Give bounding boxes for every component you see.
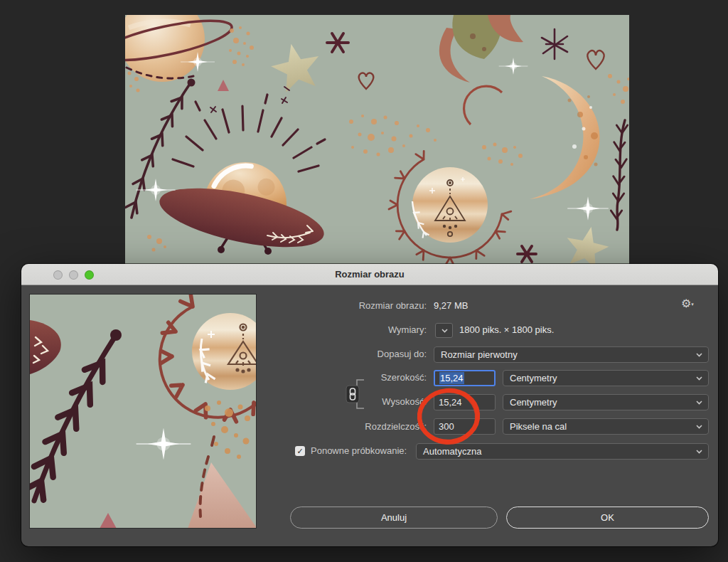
- resolution-unit-select[interactable]: Piksele na cal: [503, 418, 709, 435]
- resolution-unit-value: Piksele na cal: [510, 421, 567, 432]
- height-input[interactable]: 15,24: [434, 394, 496, 410]
- resample-checkbox[interactable]: ✓: [295, 446, 305, 456]
- width-unit-value: Centymetry: [510, 373, 557, 383]
- width-unit-select[interactable]: Centymetry: [503, 370, 709, 386]
- chevron-down-icon: [696, 450, 702, 454]
- dimensions-unit-button[interactable]: [435, 323, 453, 338]
- chevron-down-icon: [696, 401, 702, 405]
- dimensions-value: 1800 piks. × 1800 piks.: [459, 324, 554, 336]
- image-size-value: 9,27 MB: [434, 300, 468, 312]
- image-size-label: Rozmiar obrazu:: [256, 300, 427, 312]
- dialog-title: Rozmiar obrazu: [21, 269, 718, 280]
- width-label: Szerokość:: [256, 372, 427, 383]
- resolution-value: 300: [439, 421, 454, 432]
- resample-method-select[interactable]: Automatyczna: [416, 443, 709, 460]
- height-unit-value: Centymetry: [510, 397, 557, 408]
- resample-label: Ponowne próbkowanie:: [311, 445, 407, 456]
- ok-button[interactable]: OK: [506, 507, 709, 529]
- resolution-input[interactable]: 300: [434, 418, 496, 435]
- width-input[interactable]: 15,24: [434, 370, 496, 386]
- resolution-label: Rozdzielczość:: [256, 421, 427, 433]
- chevron-down-icon: [696, 353, 702, 357]
- chevron-down-icon: [696, 425, 702, 429]
- dialog-titlebar[interactable]: Rozmiar obrazu: [21, 264, 718, 285]
- cancel-button[interactable]: Anuluj: [290, 507, 498, 529]
- width-value: 15,24: [439, 372, 464, 384]
- image-size-dialog: Rozmiar obrazu: [21, 264, 718, 546]
- fit-to-select[interactable]: Rozmiar pierwotny: [434, 346, 709, 363]
- dimensions-label: Wymiary:: [256, 324, 427, 336]
- space-pattern-artwork: [125, 15, 629, 264]
- preview-artwork: [30, 295, 256, 528]
- fit-to-label: Dopasuj do:: [256, 349, 427, 360]
- height-unit-select[interactable]: Centymetry: [503, 394, 709, 410]
- checkmark-icon: ✓: [296, 447, 303, 455]
- fit-to-value: Rozmiar pierwotny: [441, 349, 518, 360]
- image-preview-pane[interactable]: [30, 295, 256, 528]
- chevron-down-icon: [696, 376, 702, 381]
- chevron-down-icon: [441, 329, 448, 333]
- screen: Rozmiar obrazu: [0, 0, 728, 562]
- gear-caret-icon: ▾: [691, 302, 694, 307]
- document-canvas-image: [125, 15, 629, 264]
- height-label: Wysokość:: [256, 396, 427, 408]
- resample-value: Automatyczna: [423, 446, 481, 457]
- height-value: 15,24: [439, 397, 462, 408]
- gear-icon[interactable]: ⚙▾: [681, 298, 694, 310]
